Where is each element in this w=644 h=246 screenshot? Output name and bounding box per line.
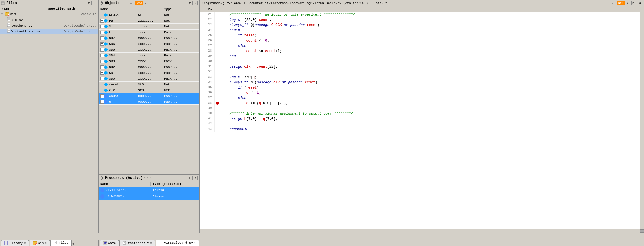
expand-btn-count[interactable]: + (100, 94, 104, 98)
code-cell-41[interactable]: assign L[7:0] = q[7:0]; (220, 116, 640, 122)
code-cell-23[interactable]: always_ff @(posedge CLOCK or posedge res… (220, 23, 640, 28)
code-dock-btn[interactable]: ⊡ (631, 1, 636, 5)
code-cell-38[interactable]: q <= {q[6:0], q[7]}; (220, 101, 640, 106)
proc-row-always[interactable]: #ALWAYS#14 Always (99, 193, 199, 200)
tab-sim[interactable]: sim × (30, 240, 50, 246)
obj-row-s[interactable]: +Szzzzz...Net (99, 24, 199, 30)
obj-row-sd1[interactable]: +SD1xxxx...Pack... (99, 70, 199, 76)
obj-row-clock[interactable]: CLOCKSt1Net (99, 12, 199, 18)
code-cell-42[interactable] (220, 122, 640, 127)
code-cell-25[interactable]: if(reset) (220, 33, 640, 38)
expand-btn-sd1[interactable]: + (100, 71, 104, 75)
code-cell-31[interactable]: assign clk = count[22]; (220, 64, 640, 69)
code-cell-27[interactable]: else (220, 43, 640, 49)
objects-rows[interactable]: CLOCKSt1Net+PBzzzzz...Net+Szzzzz...Net+L… (99, 12, 199, 170)
expand-btn-sd3[interactable]: + (100, 60, 104, 63)
processes-dock-btn[interactable]: ⊡ (188, 176, 193, 180)
code-cell-37[interactable]: else (220, 96, 640, 101)
files-hscroll[interactable] (0, 229, 98, 233)
tab-testbench[interactable]: testbench.v × (119, 240, 155, 246)
tree-item-testbench[interactable]: testbench.v D:/gitCode/jur... (0, 23, 98, 29)
code-cell-21[interactable]: /************** The logic of this experi… (220, 12, 640, 17)
obj-row-sd3[interactable]: +SD3xxxx...Pack... (99, 58, 199, 64)
code-cell-34[interactable]: always_ff @ (posedge clk or posedge rese… (220, 80, 640, 85)
obj-row-sd7[interactable]: +SD7xxxx...Pack... (99, 35, 199, 41)
tab-scroll-btn[interactable]: ◄ (72, 242, 78, 246)
tab-library[interactable]: Library × (1, 240, 29, 246)
objects-hscroll[interactable] (99, 170, 199, 174)
code-cell-24[interactable]: begin (220, 28, 640, 33)
obj-row-count[interactable]: +count0000...Pack... (99, 93, 199, 99)
expand-btn-sd6[interactable]: + (100, 42, 104, 46)
expand-btn-sd7[interactable]: + (100, 36, 104, 40)
code-cell-39[interactable] (220, 106, 640, 111)
code-line-27: 27 else (200, 43, 640, 49)
obj-row-sd2[interactable]: +SD2xxxx...Pack... (99, 64, 199, 70)
obj-row-sd4[interactable]: +SD4xxxx...Pack... (99, 53, 199, 58)
code-cell-29[interactable]: end (220, 54, 640, 59)
code-cell-22[interactable]: logic [22:0] count; (220, 17, 640, 23)
files-close-btn[interactable]: ✕ (92, 1, 97, 5)
objects-dock-btn[interactable]: ⊡ (188, 1, 193, 5)
code-cell-30[interactable] (220, 59, 640, 64)
code-close-btn[interactable]: ✕ (638, 1, 642, 5)
ln-27: 27 (200, 43, 214, 49)
expand-btn-l[interactable]: + (100, 31, 104, 34)
tab-virtualboard[interactable]: VirtualBoard.sv × (156, 240, 199, 246)
code-cell-28[interactable]: count <= count+l; (220, 49, 640, 54)
expand-btn-sd0[interactable]: + (100, 77, 104, 80)
tab-wave-label: Wave (108, 241, 116, 245)
bp-21 (214, 12, 220, 17)
code-content-area[interactable]: 21 /************** The logic of this exp… (200, 12, 644, 229)
obj-row-l[interactable]: +Lxxxx...Pack... (99, 30, 199, 35)
code-cell-26[interactable]: count <= 0; (220, 38, 640, 43)
code-cell-35[interactable]: if (reset) (220, 85, 640, 90)
expand-btn-q[interactable]: + (100, 100, 104, 104)
obj-row-q[interactable]: +q0000...Pack... (99, 99, 199, 105)
expand-btn-sd5[interactable]: + (100, 48, 104, 52)
tab-testbench-close[interactable]: × (150, 242, 152, 245)
files-tree[interactable]: ▼ sim vsim.wlf std.sv (0, 11, 98, 229)
obj-cell-name-sd5: +SD5 (99, 48, 136, 52)
code-cell-40[interactable]: /****** Internal signal assignment to ou… (220, 111, 640, 116)
code-cell-33[interactable]: logic [7:0]q; (220, 75, 640, 80)
obj-row-clk[interactable]: clkSt0Net (99, 87, 199, 93)
code-scroll-area[interactable]: 21 /************** The logic of this exp… (200, 12, 640, 229)
code-hscroll[interactable] (200, 229, 644, 233)
obj-row-sd5[interactable]: +SD5xxxx...Pack... (99, 47, 199, 53)
obj-row-sd6[interactable]: +SD6xxxx...Pack... (99, 41, 199, 47)
tree-item-std[interactable]: std.sv (0, 17, 98, 23)
code-cell-43[interactable]: endmodule (220, 127, 640, 132)
tab-files[interactable]: Files (50, 240, 72, 246)
tree-item-sim[interactable]: ▼ sim vsim.wlf (0, 11, 98, 17)
code-cell-32[interactable] (220, 69, 640, 75)
processes-col-type: Type (filtered) (151, 182, 199, 186)
obj-type-sd5: Pack... (162, 48, 199, 52)
files-dock-btn[interactable]: ⊡ (87, 1, 92, 5)
expand-btn-pb[interactable]: + (100, 19, 104, 23)
obj-row-reset[interactable]: resetSt0Net (99, 82, 199, 87)
objects-close-btn[interactable]: ✕ (193, 1, 198, 5)
code-cell-36[interactable]: q <= l; (220, 90, 640, 96)
processes-rows[interactable]: #INITIAL#15 Initial #ALWAYS#14 Always (99, 187, 199, 233)
files-new-btn[interactable]: + (82, 1, 86, 5)
code-vscrollbar[interactable] (640, 12, 644, 229)
tab-wave[interactable]: Wave (100, 240, 119, 246)
tab-sim-close[interactable]: × (45, 242, 47, 245)
obj-type-pb: Net (162, 19, 199, 23)
processes-new-btn[interactable]: + (183, 176, 187, 180)
processes-close-btn[interactable]: ✕ (193, 176, 198, 180)
testbench-path: D:/gitCode/jur... (64, 24, 97, 27)
proc-row-initial[interactable]: #INITIAL#15 Initial (99, 187, 199, 193)
tab-virtualboard-close[interactable]: × (194, 241, 196, 245)
tab-library-close[interactable]: × (24, 242, 26, 245)
expand-btn-sd4[interactable]: + (100, 54, 104, 57)
expand-btn-s[interactable]: + (100, 25, 104, 28)
obj-label-sd1: SD1 (109, 71, 115, 75)
tree-item-virtualboard[interactable]: VirtualBoard.sv D:/gitCode/jur... (0, 29, 98, 34)
obj-row-sd0[interactable]: +SD0xxxx...Pack... (99, 76, 199, 82)
bp-22 (214, 17, 220, 23)
objects-new-btn[interactable]: + (183, 1, 187, 5)
obj-row-pb[interactable]: +PBzzzzz...Net (99, 18, 199, 24)
expand-btn-sd2[interactable]: + (100, 65, 104, 69)
